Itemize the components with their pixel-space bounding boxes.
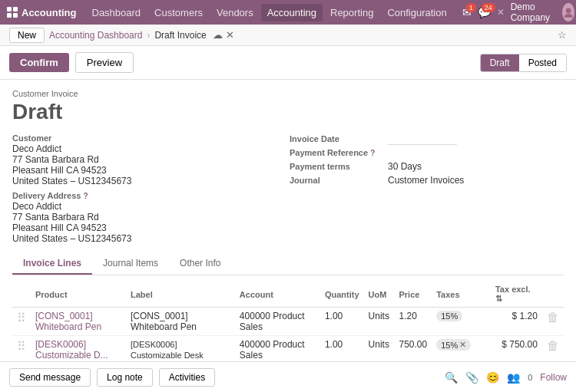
- search-bottom-icon[interactable]: 🔍: [445, 371, 458, 384]
- app-logo[interactable]: Accounting: [6, 6, 77, 18]
- journal-label: Journal: [290, 176, 382, 185]
- customer-name: Deco Addict 77 Santa Barbara Rd Pleasant…: [12, 143, 286, 186]
- label-2[interactable]: [DESK0006] Customizable Desk (Custom, Bl…: [131, 340, 210, 361]
- tab-invoice-lines[interactable]: Invoice Lines: [12, 253, 92, 275]
- delete-row-1[interactable]: 🗑: [547, 311, 559, 324]
- status-draft-button[interactable]: Draft: [481, 54, 519, 71]
- product-link-2[interactable]: [DESK0006] Customizable D...: [35, 339, 108, 361]
- user-avatar[interactable]: [562, 3, 574, 21]
- product-link-1[interactable]: [CONS_0001] Whiteboard Pen: [35, 311, 101, 332]
- account-2[interactable]: 400000 Product Sales: [240, 339, 305, 361]
- messages-button[interactable]: 💬 24: [478, 6, 491, 18]
- payment-terms-value[interactable]: 30 Days: [388, 161, 422, 172]
- activities-button[interactable]: Activities: [159, 368, 215, 387]
- delivery-addr-text: 77 Santa Barbara Rd Pleasant Hill CA 945…: [12, 212, 131, 244]
- col-header-label: Label: [126, 282, 235, 308]
- svg-rect-3: [13, 13, 18, 18]
- nav-customers[interactable]: Customers: [148, 4, 209, 21]
- breadcrumb-parent[interactable]: Accounting Dashboard: [49, 30, 142, 41]
- invoice-lines-table: Product Label Account Quantity UoM Price…: [12, 282, 564, 361]
- drag-handle[interactable]: ⠿: [17, 340, 26, 353]
- alerts-button[interactable]: ✉ 1: [462, 6, 472, 18]
- main-content: Customer Invoice Draft Customer Deco Add…: [0, 80, 576, 361]
- invoice-tabs: Invoice Lines Journal Items Other Info: [12, 253, 564, 275]
- tax-badge-2: 15% ✕: [436, 339, 471, 351]
- nav-reporting[interactable]: Reporting: [324, 4, 379, 21]
- new-button[interactable]: New: [9, 28, 45, 43]
- payment-ref-help[interactable]: ?: [370, 149, 375, 157]
- journal-value[interactable]: Customer Invoices: [388, 175, 464, 186]
- customer-address: 77 Santa Barbara Rd Pleasant Hill CA 945…: [12, 154, 131, 186]
- nav-menu: Dashboard Customers Vendors Accounting R…: [86, 4, 453, 21]
- invoice-date-label: Invoice Date: [290, 134, 382, 143]
- price-2[interactable]: 750.00: [399, 339, 427, 350]
- col-header-product: Product: [31, 282, 126, 308]
- customer-label: Customer: [12, 133, 286, 143]
- status-posted-button[interactable]: Posted: [519, 54, 566, 71]
- table-row: ⠿ [DESK0006] Customizable D... [DESK0006…: [12, 336, 564, 362]
- tax-excl-1: $ 1.20: [512, 311, 538, 321]
- delete-row-2[interactable]: 🗑: [547, 339, 559, 352]
- cloud-save-icon[interactable]: ☁: [213, 29, 223, 41]
- qty-2[interactable]: 1.00: [325, 339, 343, 350]
- breadcrumb-bar: New Accounting Dashboard › Draft Invoice…: [0, 25, 576, 46]
- nav-dashboard[interactable]: Dashboard: [86, 4, 147, 21]
- col-header-price: Price: [394, 282, 432, 308]
- discard-icon[interactable]: ✕: [226, 29, 234, 41]
- users-icon[interactable]: 👥: [507, 371, 520, 384]
- col-header-uom: UoM: [364, 282, 395, 308]
- nav-accounting[interactable]: Accounting: [261, 4, 323, 21]
- uom-1[interactable]: Units: [369, 311, 389, 321]
- confirm-button[interactable]: Confirm: [9, 53, 69, 72]
- messages-badge: 24: [482, 3, 495, 12]
- invoice-date-input: [388, 133, 457, 145]
- send-message-button[interactable]: Send message: [9, 368, 91, 387]
- account-1[interactable]: 400000 Product Sales: [240, 311, 305, 332]
- tax-excl-2: $ 750.00: [502, 339, 538, 350]
- followers-count: 0: [528, 373, 532, 382]
- invoice-status: Draft: [12, 100, 564, 124]
- attachment-icon[interactable]: 📎: [465, 371, 478, 384]
- alerts-badge: 1: [466, 3, 476, 12]
- price-1[interactable]: 1.20: [399, 311, 416, 321]
- action-bar: Confirm Preview Draft Posted: [0, 46, 576, 80]
- table-row: ⠿ [CONS_0001] Whiteboard Pen [CONS_0001]…: [12, 308, 564, 336]
- tab-journal-items[interactable]: Journal Items: [92, 253, 169, 275]
- label-1[interactable]: [CONS_0001] Whiteboard Pen: [131, 311, 197, 332]
- col-header-taxexcl: Tax excl. ⇅: [491, 282, 542, 308]
- nav-vendors[interactable]: Vendors: [210, 4, 260, 21]
- delivery-address: Deco Addict 77 Santa Barbara Rd Pleasant…: [12, 201, 286, 244]
- breadcrumb-current: Draft Invoice ☁ ✕: [154, 29, 233, 41]
- delivery-label: Delivery Address ?: [12, 191, 286, 200]
- tax-badge-1: 15%: [436, 311, 462, 321]
- nav-right-section: ✉ 1 💬 24 ✕ Demo Company: [462, 2, 574, 23]
- log-note-button[interactable]: Log note: [97, 368, 153, 387]
- drag-handle[interactable]: ⠿: [17, 311, 26, 324]
- smiley-icon[interactable]: 😊: [486, 371, 499, 384]
- status-group: Draft Posted: [480, 54, 567, 72]
- delivery-help-icon[interactable]: ?: [84, 192, 88, 200]
- top-navigation: Accounting Dashboard Customers Vendors A…: [0, 0, 576, 25]
- bottom-bar: Send message Log note Activities 🔍 📎 😊 👥…: [0, 361, 576, 392]
- tab-other-info[interactable]: Other Info: [169, 253, 231, 275]
- sort-icon[interactable]: ⇅: [495, 294, 502, 303]
- left-fields: Customer Deco Addict 77 Santa Barbara Rd…: [12, 133, 286, 244]
- preview-button[interactable]: Preview: [75, 52, 134, 73]
- payment-ref-label: Payment Reference ?: [290, 148, 382, 157]
- tax-remove-2[interactable]: ✕: [459, 340, 466, 350]
- uom-2[interactable]: Units: [369, 339, 389, 350]
- qty-1[interactable]: 1.00: [325, 311, 343, 321]
- invoice-date-value[interactable]: [388, 133, 457, 145]
- col-header-delete: [542, 282, 564, 308]
- follow-button[interactable]: Follow: [540, 372, 567, 383]
- col-header-qty: Quantity: [320, 282, 364, 308]
- col-header-taxes: Taxes: [432, 282, 491, 308]
- nav-configuration[interactable]: Configuration: [381, 4, 452, 21]
- svg-rect-2: [7, 13, 12, 18]
- company-name: Demo Company: [511, 2, 556, 23]
- invoice-fields: Customer Deco Addict 77 Santa Barbara Rd…: [12, 133, 564, 244]
- favorite-icon[interactable]: ☆: [558, 29, 567, 41]
- svg-rect-1: [13, 7, 18, 12]
- app-name: Accounting: [22, 7, 77, 18]
- payment-terms-label: Payment terms: [290, 162, 382, 171]
